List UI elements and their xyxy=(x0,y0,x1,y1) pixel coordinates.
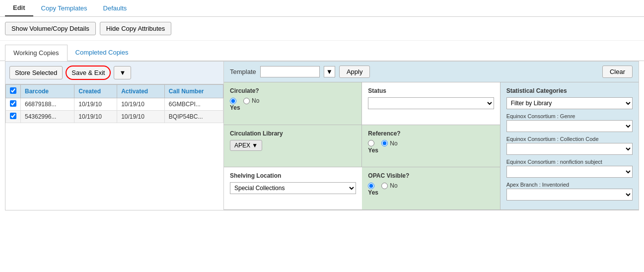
left-panel: Store Selected Save & Exit ▼ Barcode Cre… xyxy=(5,62,224,210)
row2-checkbox-cell[interactable] xyxy=(6,111,21,123)
template-dropdown-button[interactable]: ▼ xyxy=(324,66,335,77)
tab-edit[interactable]: Edit xyxy=(5,0,33,16)
col-barcode: Barcode xyxy=(21,85,74,98)
status-label: Status xyxy=(368,87,494,94)
stat-cat-nonfiction-select[interactable] xyxy=(506,166,633,178)
select-all-checkbox[interactable] xyxy=(10,87,16,94)
row1-checkbox-cell[interactable] xyxy=(6,98,21,111)
shelving-location-label: Shelving Location xyxy=(230,172,356,179)
opac-visible-radio-group: No xyxy=(368,182,494,189)
row1-activated: 10/19/10 xyxy=(117,98,165,111)
dropdown-button[interactable]: ▼ xyxy=(114,66,131,79)
reference-label: Reference? xyxy=(368,130,494,137)
stat-cat-inventoried: Apex Branch : Inventoried xyxy=(506,182,633,201)
stat-cat-collection: Equinox Consortium : Collection Code xyxy=(506,136,633,155)
col-activated: Activated xyxy=(117,85,165,98)
main-layout: Store Selected Save & Exit ▼ Barcode Cre… xyxy=(5,61,639,210)
row1-checkbox[interactable] xyxy=(10,100,16,107)
template-label: Template xyxy=(230,68,256,75)
copies-table: Barcode Created Activated Call Number 66… xyxy=(5,84,223,123)
hide-copy-button[interactable]: Hide Copy Attributes xyxy=(100,22,172,35)
status-cell: Status xyxy=(362,82,500,125)
row2-barcode: 54362996... xyxy=(21,111,74,123)
reference-yes-label: Yes xyxy=(368,147,494,154)
row1-callnumber: 6GMBCPI... xyxy=(164,98,223,111)
stat-cat-nonfiction: Equinox Consortium : nonfiction subject xyxy=(506,159,633,178)
tab-working-copies[interactable]: Working Copies xyxy=(5,45,68,61)
circulate-no-label: No xyxy=(252,97,259,104)
template-bar: Template ▼ Apply Clear xyxy=(224,62,639,82)
reference-no-label: No xyxy=(390,140,397,147)
clear-button[interactable]: Clear xyxy=(602,66,633,78)
content-tabs: Working Copies Completed Copies xyxy=(0,45,644,61)
stat-cat-collection-label: Equinox Consortium : Collection Code xyxy=(506,136,633,142)
circulate-radio-group: No xyxy=(230,97,356,104)
opac-no-label: No xyxy=(390,182,397,189)
table-row: 54362996... 10/19/10 10/19/10 BQIP54BC..… xyxy=(6,111,223,123)
statistical-categories-cell: Statistical Categories Filter by Library… xyxy=(501,82,639,210)
action-bar: Store Selected Save & Exit ▼ xyxy=(5,62,223,84)
opac-visible-cell: OPAC Visible? No Yes xyxy=(362,167,500,210)
attributes-grid: Circulate? No Yes Status xyxy=(224,82,639,210)
statistical-categories-label: Statistical Categories xyxy=(506,87,633,94)
apex-button[interactable]: APEX ▼ xyxy=(230,140,262,151)
reference-no-radio[interactable] xyxy=(381,140,388,146)
circulate-cell: Circulate? No Yes xyxy=(224,82,362,125)
circulate-yes-radio[interactable] xyxy=(230,98,236,104)
opac-yes-option[interactable] xyxy=(368,183,374,189)
circulate-no-option[interactable]: No xyxy=(243,97,259,104)
apply-button[interactable]: Apply xyxy=(339,66,370,78)
circulate-label: Circulate? xyxy=(230,87,356,94)
right-panel: Template ▼ Apply Clear Circulate? No xyxy=(224,62,639,210)
opac-visible-label: OPAC Visible? xyxy=(368,172,494,179)
stat-cat-genre: Equinox Consortium : Genre xyxy=(506,113,633,132)
save-exit-button[interactable]: Save & Exit xyxy=(66,66,111,80)
stat-cat-genre-label: Equinox Consortium : Genre xyxy=(506,113,633,119)
tab-defaults[interactable]: Defaults xyxy=(95,0,135,16)
circulation-library-cell: Circulation Library APEX ▼ xyxy=(224,125,362,168)
row2-callnumber: BQIP54BC... xyxy=(164,111,223,123)
col-callnumber: Call Number xyxy=(164,85,223,98)
row2-checkbox[interactable] xyxy=(10,113,16,119)
reference-no-option[interactable]: No xyxy=(381,140,397,147)
row2-activated: 10/19/10 xyxy=(117,111,165,123)
reference-yes-option[interactable] xyxy=(368,140,374,146)
row1-created: 10/19/10 xyxy=(74,98,117,111)
reference-yes-radio[interactable] xyxy=(368,140,374,146)
tab-copy-templates[interactable]: Copy Templates xyxy=(33,0,95,16)
row1-barcode: 66879188... xyxy=(21,98,74,111)
status-select[interactable] xyxy=(368,97,494,109)
filter-by-library-select[interactable]: Filter by Library xyxy=(506,97,633,109)
toolbar: Show Volume/Copy Details Hide Copy Attri… xyxy=(0,17,644,41)
opac-yes-radio[interactable] xyxy=(368,183,374,189)
opac-yes-label: Yes xyxy=(368,189,494,196)
stat-cat-inventoried-select[interactable] xyxy=(506,189,633,201)
stat-cat-nonfiction-label: Equinox Consortium : nonfiction subject xyxy=(506,159,633,165)
show-volume-button[interactable]: Show Volume/Copy Details xyxy=(5,22,96,35)
stat-cat-genre-select[interactable] xyxy=(506,120,633,132)
reference-cell: Reference? No Yes xyxy=(362,125,500,168)
stat-cat-inventoried-label: Apex Branch : Inventoried xyxy=(506,182,633,188)
opac-no-radio[interactable] xyxy=(381,183,388,189)
circulate-yes-option[interactable] xyxy=(230,98,236,104)
circulation-library-label: Circulation Library xyxy=(230,130,356,137)
circulate-yes-label: Yes xyxy=(230,104,356,111)
tab-completed-copies[interactable]: Completed Copies xyxy=(68,45,137,61)
circulate-no-radio[interactable] xyxy=(243,98,250,104)
apex-value: APEX xyxy=(234,142,250,149)
template-input[interactable] xyxy=(260,66,320,77)
reference-radio-group: No xyxy=(368,140,494,147)
store-selected-button[interactable]: Store Selected xyxy=(9,66,63,79)
shelving-location-cell: Shelving Location Special Collections xyxy=(224,167,362,210)
stat-cat-collection-select[interactable] xyxy=(506,143,633,155)
shelving-location-select[interactable]: Special Collections xyxy=(230,182,356,194)
row2-created: 10/19/10 xyxy=(74,111,117,123)
col-created: Created xyxy=(74,85,117,98)
opac-no-option[interactable]: No xyxy=(381,182,397,189)
table-row: 66879188... 10/19/10 10/19/10 6GMBCPI... xyxy=(6,98,223,111)
top-nav: Edit Copy Templates Defaults xyxy=(0,0,644,17)
select-all-header[interactable] xyxy=(6,85,21,98)
